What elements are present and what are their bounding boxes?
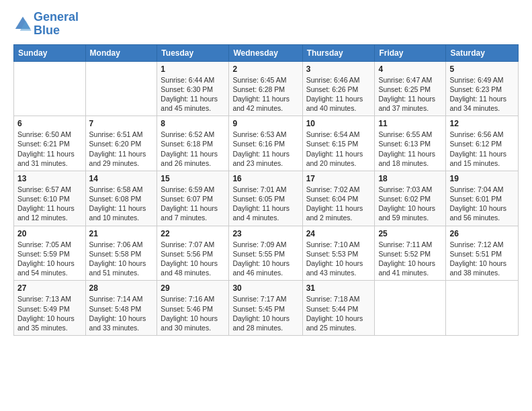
calendar-cell: 19Sunrise: 7:04 AMSunset: 6:01 PMDayligh… <box>446 171 519 226</box>
day-number: 25 <box>378 229 442 238</box>
day-number: 19 <box>449 174 515 183</box>
day-info: Sunrise: 6:57 AMSunset: 6:10 PMDaylight:… <box>17 185 82 223</box>
day-number: 24 <box>306 229 371 238</box>
day-of-week-header: Saturday <box>446 44 519 61</box>
calendar-cell: 14Sunrise: 6:58 AMSunset: 6:08 PMDayligh… <box>85 171 157 226</box>
calendar-week-row: 1Sunrise: 6:44 AMSunset: 6:30 PMDaylight… <box>14 61 519 116</box>
logo-text-line1: General <box>34 11 79 24</box>
day-info: Sunrise: 6:55 AMSunset: 6:13 PMDaylight:… <box>378 130 442 168</box>
day-info: Sunrise: 6:45 AMSunset: 6:28 PMDaylight:… <box>232 75 298 113</box>
calendar-cell: 11Sunrise: 6:55 AMSunset: 6:13 PMDayligh… <box>375 116 446 171</box>
day-of-week-header: Sunday <box>14 44 86 61</box>
day-info: Sunrise: 6:54 AMSunset: 6:15 PMDaylight:… <box>306 130 371 168</box>
calendar-week-row: 13Sunrise: 6:57 AMSunset: 6:10 PMDayligh… <box>14 171 519 226</box>
logo-text-line2: Blue <box>34 24 79 38</box>
day-info: Sunrise: 7:12 AMSunset: 5:51 PMDaylight:… <box>449 240 515 278</box>
calendar-cell: 13Sunrise: 6:57 AMSunset: 6:10 PMDayligh… <box>14 171 86 226</box>
day-info: Sunrise: 7:14 AMSunset: 5:48 PMDaylight:… <box>89 294 154 332</box>
day-number: 6 <box>17 119 82 128</box>
day-info: Sunrise: 7:09 AMSunset: 5:55 PMDaylight:… <box>232 240 298 278</box>
calendar-cell: 21Sunrise: 7:06 AMSunset: 5:58 PMDayligh… <box>85 226 157 281</box>
day-number: 1 <box>161 64 225 74</box>
day-info: Sunrise: 7:02 AMSunset: 6:04 PMDaylight:… <box>306 185 371 223</box>
calendar-cell: 16Sunrise: 7:01 AMSunset: 6:05 PMDayligh… <box>229 171 302 226</box>
day-info: Sunrise: 6:49 AMSunset: 6:23 PMDaylight:… <box>449 75 515 113</box>
day-info: Sunrise: 6:47 AMSunset: 6:25 PMDaylight:… <box>378 75 442 113</box>
day-number: 30 <box>232 283 298 293</box>
day-number: 28 <box>89 283 154 293</box>
calendar-cell: 25Sunrise: 7:11 AMSunset: 5:52 PMDayligh… <box>375 226 446 281</box>
day-of-week-header: Wednesday <box>229 44 302 61</box>
day-number: 26 <box>449 229 515 238</box>
day-info: Sunrise: 6:52 AMSunset: 6:18 PMDaylight:… <box>161 130 225 168</box>
day-number: 10 <box>306 119 371 128</box>
page: General Blue SundayMondayTuesdayWednesda… <box>0 0 532 342</box>
calendar-cell: 23Sunrise: 7:09 AMSunset: 5:55 PMDayligh… <box>229 226 302 281</box>
calendar-cell: 20Sunrise: 7:05 AMSunset: 5:59 PMDayligh… <box>14 226 86 281</box>
header: General Blue <box>13 11 519 38</box>
calendar-week-row: 20Sunrise: 7:05 AMSunset: 5:59 PMDayligh… <box>14 226 519 281</box>
day-number: 29 <box>161 283 225 293</box>
day-info: Sunrise: 6:58 AMSunset: 6:08 PMDaylight:… <box>89 185 154 223</box>
day-info: Sunrise: 7:03 AMSunset: 6:02 PMDaylight:… <box>378 185 442 223</box>
calendar-cell: 24Sunrise: 7:10 AMSunset: 5:53 PMDayligh… <box>302 226 375 281</box>
day-number: 2 <box>232 64 298 74</box>
day-info: Sunrise: 7:18 AMSunset: 5:44 PMDaylight:… <box>306 294 371 332</box>
logo-icon <box>13 15 32 34</box>
calendar-week-row: 6Sunrise: 6:50 AMSunset: 6:21 PMDaylight… <box>14 116 519 171</box>
day-number: 18 <box>378 174 442 183</box>
calendar-cell: 1Sunrise: 6:44 AMSunset: 6:30 PMDaylight… <box>157 61 229 116</box>
day-info: Sunrise: 7:07 AMSunset: 5:56 PMDaylight:… <box>161 240 225 278</box>
calendar-cell: 27Sunrise: 7:13 AMSunset: 5:49 PMDayligh… <box>14 281 86 336</box>
day-number: 11 <box>378 119 442 128</box>
calendar-cell <box>446 281 519 336</box>
day-info: Sunrise: 6:56 AMSunset: 6:12 PMDaylight:… <box>449 130 515 168</box>
calendar-cell: 12Sunrise: 6:56 AMSunset: 6:12 PMDayligh… <box>446 116 519 171</box>
calendar-cell: 4Sunrise: 6:47 AMSunset: 6:25 PMDaylight… <box>375 61 446 116</box>
calendar-cell: 22Sunrise: 7:07 AMSunset: 5:56 PMDayligh… <box>157 226 229 281</box>
day-info: Sunrise: 7:10 AMSunset: 5:53 PMDaylight:… <box>306 240 371 278</box>
day-info: Sunrise: 7:16 AMSunset: 5:46 PMDaylight:… <box>161 294 225 332</box>
day-info: Sunrise: 7:11 AMSunset: 5:52 PMDaylight:… <box>378 240 442 278</box>
day-info: Sunrise: 6:53 AMSunset: 6:16 PMDaylight:… <box>232 130 298 168</box>
day-number: 23 <box>232 229 298 238</box>
calendar-cell: 5Sunrise: 6:49 AMSunset: 6:23 PMDaylight… <box>446 61 519 116</box>
day-number: 8 <box>161 119 225 128</box>
day-number: 22 <box>161 229 225 238</box>
calendar-cell: 2Sunrise: 6:45 AMSunset: 6:28 PMDaylight… <box>229 61 302 116</box>
calendar-cell <box>375 281 446 336</box>
day-number: 12 <box>449 119 515 128</box>
calendar-cell: 28Sunrise: 7:14 AMSunset: 5:48 PMDayligh… <box>85 281 157 336</box>
day-info: Sunrise: 6:59 AMSunset: 6:07 PMDaylight:… <box>161 185 225 223</box>
day-number: 20 <box>17 229 82 238</box>
day-of-week-header: Thursday <box>302 44 375 61</box>
calendar-cell: 31Sunrise: 7:18 AMSunset: 5:44 PMDayligh… <box>302 281 375 336</box>
day-of-week-header: Monday <box>85 44 157 61</box>
day-number: 3 <box>306 64 371 74</box>
calendar-cell: 26Sunrise: 7:12 AMSunset: 5:51 PMDayligh… <box>446 226 519 281</box>
day-info: Sunrise: 7:06 AMSunset: 5:58 PMDaylight:… <box>89 240 154 278</box>
day-info: Sunrise: 7:17 AMSunset: 5:45 PMDaylight:… <box>232 294 298 332</box>
calendar-cell: 17Sunrise: 7:02 AMSunset: 6:04 PMDayligh… <box>302 171 375 226</box>
calendar-cell: 7Sunrise: 6:51 AMSunset: 6:20 PMDaylight… <box>85 116 157 171</box>
day-number: 13 <box>17 174 82 183</box>
day-of-week-header: Tuesday <box>157 44 229 61</box>
day-info: Sunrise: 7:04 AMSunset: 6:01 PMDaylight:… <box>449 185 515 223</box>
day-of-week-header: Friday <box>375 44 446 61</box>
logo: General Blue <box>13 11 79 38</box>
day-number: 4 <box>378 64 442 74</box>
calendar-cell <box>85 61 157 116</box>
calendar-header-row: SundayMondayTuesdayWednesdayThursdayFrid… <box>14 44 519 61</box>
calendar-cell: 15Sunrise: 6:59 AMSunset: 6:07 PMDayligh… <box>157 171 229 226</box>
calendar-cell: 30Sunrise: 7:17 AMSunset: 5:45 PMDayligh… <box>229 281 302 336</box>
calendar-table: SundayMondayTuesdayWednesdayThursdayFrid… <box>13 44 519 336</box>
calendar-week-row: 27Sunrise: 7:13 AMSunset: 5:49 PMDayligh… <box>14 281 519 336</box>
calendar-cell: 8Sunrise: 6:52 AMSunset: 6:18 PMDaylight… <box>157 116 229 171</box>
day-number: 27 <box>17 283 82 293</box>
day-number: 17 <box>306 174 371 183</box>
day-number: 16 <box>232 174 298 183</box>
day-number: 14 <box>89 174 154 183</box>
day-info: Sunrise: 6:50 AMSunset: 6:21 PMDaylight:… <box>17 130 82 168</box>
calendar-cell: 10Sunrise: 6:54 AMSunset: 6:15 PMDayligh… <box>302 116 375 171</box>
day-info: Sunrise: 7:13 AMSunset: 5:49 PMDaylight:… <box>17 294 82 332</box>
